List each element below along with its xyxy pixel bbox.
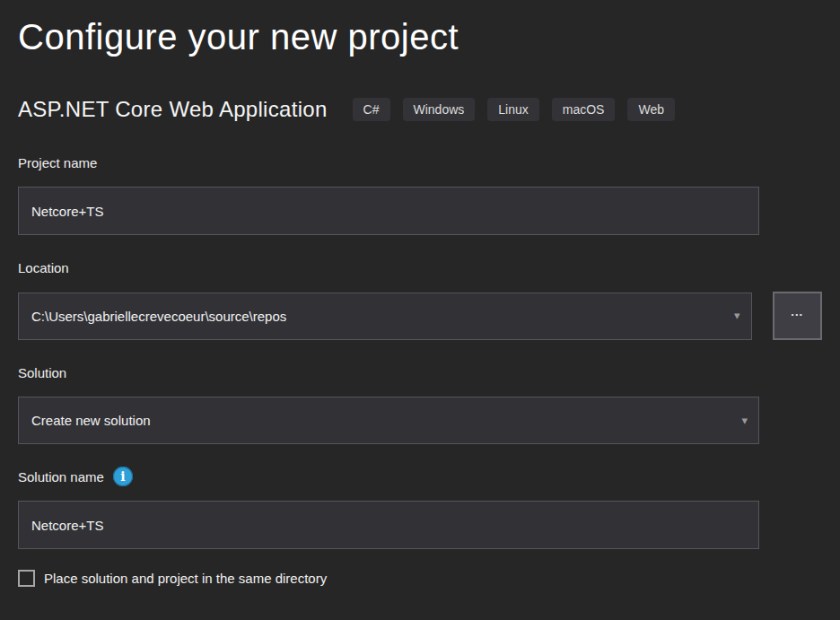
template-name: ASP.NET Core Web Application — [18, 97, 328, 122]
tag-web: Web — [627, 98, 675, 121]
tag-windows: Windows — [403, 98, 476, 121]
info-icon[interactable]: i — [113, 467, 133, 486]
same-directory-checkbox[interactable] — [18, 570, 35, 587]
tag-linux: Linux — [487, 98, 538, 121]
configure-project-dialog: Configure your new project ASP.NET Core … — [0, 0, 840, 620]
location-combobox[interactable]: C:\Users\gabriellecrevecoeur\source\repo… — [18, 293, 752, 340]
project-name-label: Project name — [18, 153, 822, 172]
tag-csharp: C# — [353, 98, 390, 121]
solution-label: Solution — [18, 362, 822, 382]
tag-macos: macOS — [552, 98, 616, 121]
template-row: ASP.NET Core Web Application C# Windows … — [18, 97, 822, 122]
location-row: C:\Users\gabriellecrevecoeur\source\repo… — [18, 292, 822, 340]
browse-button[interactable]: ... — [773, 292, 822, 340]
location-value: C:\Users\gabriellecrevecoeur\source\repo… — [31, 309, 286, 324]
location-label: Location — [18, 258, 822, 277]
solution-value: Create new solution — [31, 413, 151, 428]
solution-row: Create new solution ▾ — [18, 397, 822, 444]
same-directory-label: Place solution and project in the same d… — [44, 571, 327, 586]
template-tags: C# Windows Linux macOS Web — [353, 98, 675, 121]
project-name-input[interactable] — [18, 187, 759, 235]
page-title: Configure your new project — [18, 13, 822, 61]
solution-name-label: Solution name — [18, 469, 104, 485]
chevron-down-icon[interactable]: ▾ — [741, 414, 748, 425]
chevron-down-icon[interactable]: ▾ — [734, 310, 740, 321]
solution-name-input[interactable] — [18, 501, 759, 549]
solution-combobox[interactable]: Create new solution ▾ — [18, 397, 759, 444]
same-directory-row: Place solution and project in the same d… — [18, 570, 822, 587]
solution-name-label-row: Solution name i — [18, 467, 822, 486]
